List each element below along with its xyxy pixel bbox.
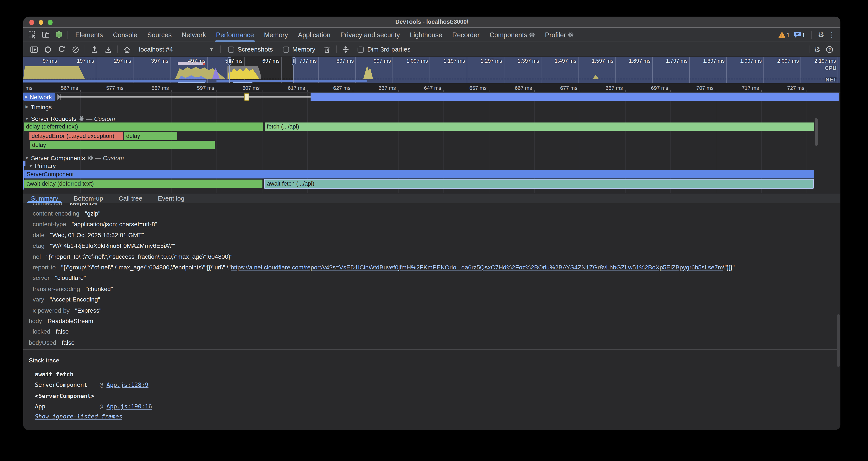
extension-gem-icon[interactable]: [52, 28, 65, 42]
property-key: locked: [33, 328, 50, 335]
track-network-label: Network: [29, 93, 52, 100]
tab-components[interactable]: Components: [485, 28, 540, 42]
track-timings-label: Timings: [31, 104, 52, 110]
frame-function-name: App: [35, 403, 99, 410]
ruler-tick-label: 717 ms: [742, 85, 761, 91]
stack-frame: <ServerComponent>: [35, 390, 840, 401]
flame-bar[interactable]: delay: [30, 141, 215, 149]
ruler-tick-label: 607 ms: [242, 85, 262, 91]
checkbox-dim-3rd-parties[interactable]: Dim 3rd parties: [358, 46, 410, 53]
flame-bar[interactable]: ServerComponent: [24, 170, 814, 178]
flame-bar[interactable]: [244, 93, 249, 100]
frame-function-name: await fetch: [35, 371, 99, 377]
message-icon: [794, 31, 801, 38]
profile-select[interactable]: localhost #4 ▼: [134, 46, 218, 53]
ruler-tick-mark: [262, 90, 262, 92]
settings-gear-icon[interactable]: ⚙: [818, 31, 824, 38]
tab-elements[interactable]: Elements: [70, 28, 108, 42]
tab-sources[interactable]: Sources: [142, 28, 177, 42]
track-server-components-label: Server Components: [31, 154, 85, 161]
details-tab-summary[interactable]: Summary: [31, 194, 58, 203]
property-key: connection: [33, 203, 62, 206]
issues-warning-badge[interactable]: 1: [778, 31, 789, 38]
summary-scrollbar-thumb[interactable]: [837, 314, 840, 367]
tab-recorder[interactable]: Recorder: [447, 28, 485, 42]
load-profile-icon[interactable]: [88, 43, 101, 55]
track-server-requests[interactable]: ▼ Server Requests — Custom: [25, 115, 115, 122]
tab-performance[interactable]: Performance: [211, 28, 259, 42]
panel-settings-gear-icon[interactable]: ⚙: [814, 46, 820, 53]
tab-label: Application: [298, 31, 331, 38]
report-url-link[interactable]: https://a.nel.cloudflare.com/report/v4?s…: [231, 264, 723, 270]
property-value: "Wed, 01 Oct 2025 18:32:01 GMT": [50, 232, 144, 238]
net-overview-bar: [233, 82, 252, 84]
details-tab-event-log[interactable]: Event log: [158, 194, 184, 203]
stack-frame: await fetch: [35, 369, 840, 379]
device-toolbar-icon[interactable]: [39, 28, 52, 42]
tab-profiler[interactable]: Profiler: [540, 28, 579, 42]
home-icon[interactable]: [120, 43, 134, 55]
garbage-collect-icon[interactable]: [320, 43, 334, 55]
checkbox-box[interactable]: [228, 46, 234, 52]
checkbox-box[interactable]: [358, 46, 364, 52]
record-icon[interactable]: [41, 43, 55, 55]
property-value: "gzip": [85, 210, 101, 217]
reload-record-icon[interactable]: [55, 43, 69, 55]
frame-source-link[interactable]: App.js:190:16: [106, 403, 152, 410]
tab-label: Components: [490, 31, 527, 38]
net-overview-bar: [178, 82, 205, 84]
tab-lighthouse[interactable]: Lighthouse: [405, 28, 447, 42]
divider: [85, 46, 86, 53]
ruler-tick-mark: [216, 90, 217, 92]
details-tab-call-tree[interactable]: Call tree: [119, 194, 142, 203]
selection-line-right: [293, 65, 294, 83]
flame-bar[interactable]: [311, 93, 839, 101]
flame-bar[interactable]: await delay (deferred text): [24, 179, 262, 188]
checkbox-screenshots[interactable]: Screenshots: [228, 46, 273, 53]
kebab-menu-icon[interactable]: ⋮: [828, 31, 836, 38]
track-timings[interactable]: ▶ Timings: [25, 104, 52, 110]
track-network[interactable]: ▶ Network: [23, 93, 55, 101]
flame-bar[interactable]: delay: [124, 132, 177, 140]
flame-bar[interactable]: delay (deferred text): [24, 122, 263, 131]
help-icon[interactable]: ?: [823, 43, 837, 55]
tab-memory[interactable]: Memory: [259, 28, 293, 42]
selection-handle-left[interactable]: [227, 57, 231, 65]
triangle-right-icon: ▶: [25, 94, 28, 99]
timeline-overview[interactable]: 97 ms197 ms297 ms397 ms497 ms597 ms697 m…: [23, 57, 840, 84]
frame-source-link[interactable]: App.js:128:9: [106, 381, 149, 388]
selection-handle-right[interactable]: [292, 57, 296, 65]
checkbox-memory[interactable]: Memory: [283, 46, 315, 53]
overview-tick-label: 897 ms: [337, 58, 355, 64]
tab-privacy-and-security[interactable]: Privacy and security: [335, 28, 405, 42]
flame-bar[interactable]: fetch (.../api): [265, 122, 814, 131]
checkbox-box[interactable]: [283, 46, 289, 52]
ruler-tick-label: 577 ms: [106, 85, 126, 91]
property-value: "cloudflare": [55, 275, 86, 281]
issues-message-badge[interactable]: 1: [794, 31, 805, 38]
flame-bar[interactable]: delayedError (...ayed exception): [29, 132, 123, 140]
show-ignore-listed-frames-link[interactable]: Show ignore-listed frames: [35, 413, 122, 420]
track-primary[interactable]: ▼ Primary: [29, 162, 56, 169]
track-server-components[interactable]: ▼ Server Components — Custom: [25, 154, 124, 161]
flame-bar[interactable]: await fetch (.../api): [265, 179, 813, 188]
frame-function-name: ServerComponent: [35, 381, 99, 388]
tab-network[interactable]: Network: [177, 28, 211, 42]
clear-icon[interactable]: [68, 43, 83, 55]
details-tab-bottom-up[interactable]: Bottom-up: [74, 194, 103, 203]
toggle-sidebar-icon[interactable]: [27, 43, 41, 55]
net-overview-bar: [216, 80, 367, 82]
save-profile-icon[interactable]: [101, 43, 115, 55]
overview-tick-label: 2,097 ms: [777, 58, 801, 64]
tab-application[interactable]: Application: [293, 28, 336, 42]
flame-chart[interactable]: ▶ Network ▶ Timings ▼ Server Requests — …: [23, 93, 840, 193]
tab-console[interactable]: Console: [108, 28, 143, 42]
frame-at-symbol: @: [100, 381, 103, 388]
timeline-ruler[interactable]: ms567 ms577 ms587 ms597 ms607 ms617 ms62…: [23, 84, 840, 92]
overview-tick-label: 497 ms: [188, 58, 207, 64]
inspect-element-icon[interactable]: [25, 28, 39, 42]
property-value: "W/\"4b1-RjEJloX9kRinu6F0MAZMmy6E5iA\"": [50, 242, 175, 249]
property-row: lockedfalse: [23, 326, 840, 337]
flame-scrollbar-thumb[interactable]: [815, 118, 817, 146]
collapse-icon[interactable]: [339, 43, 353, 55]
